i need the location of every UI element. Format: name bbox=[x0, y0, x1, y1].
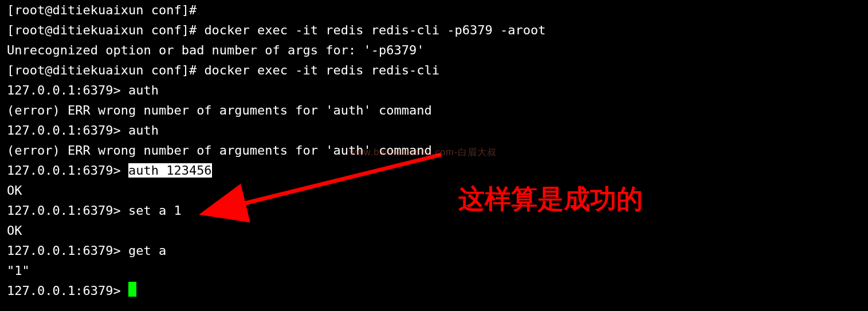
terminal-line: OK bbox=[7, 180, 861, 200]
command: set a 1 bbox=[128, 203, 182, 218]
prompt: 127.0.0.1:6379> bbox=[7, 284, 128, 298]
prompt: 127.0.0.1:6379> bbox=[7, 163, 128, 178]
prompt: 127.0.0.1:6379> bbox=[7, 203, 128, 218]
prompt: 127.0.0.1:6379> bbox=[7, 123, 128, 137]
terminal-line: "1" bbox=[7, 261, 861, 281]
cursor bbox=[128, 282, 136, 297]
terminal-line: (error) ERR wrong number of arguments fo… bbox=[7, 100, 861, 120]
command: auth bbox=[128, 83, 159, 97]
terminal-line: 127.0.0.1:6379> auth bbox=[7, 80, 861, 100]
prompt: 127.0.0.1:6379> bbox=[7, 243, 128, 258]
prompt: 127.0.0.1:6379> bbox=[7, 83, 128, 97]
terminal-line: 127.0.0.1:6379> auth 123456 bbox=[7, 160, 861, 180]
terminal-line: [root@ditiekuaixun conf]# docker exec -i… bbox=[7, 60, 861, 80]
terminal-line: 127.0.0.1:6379> get a bbox=[7, 241, 861, 261]
terminal-line: [root@ditiekuaixun conf]# bbox=[7, 0, 861, 20]
command: get a bbox=[128, 243, 166, 258]
command: auth bbox=[128, 123, 159, 137]
terminal-line: 127.0.0.1:6379> set a 1 bbox=[7, 200, 861, 221]
command: docker exec -it redis redis-cli bbox=[204, 63, 439, 77]
terminal-line: 127.0.0.1:6379> auth bbox=[7, 120, 861, 140]
command: docker exec -it redis redis-cli -p6379 -… bbox=[204, 23, 545, 37]
terminal-output[interactable]: [root@ditiekuaixun conf]# [root@ditiekua… bbox=[0, 0, 868, 301]
terminal-line: (error) ERR wrong number of arguments fo… bbox=[7, 140, 861, 160]
terminal-line: OK bbox=[7, 221, 861, 241]
terminal-line: 127.0.0.1:6379> bbox=[7, 281, 861, 301]
prompt: [root@ditiekuaixun conf]# bbox=[7, 63, 204, 77]
command-highlighted: auth 123456 bbox=[128, 163, 212, 178]
prompt: [root@ditiekuaixun conf]# bbox=[7, 3, 204, 17]
terminal-line: Unrecognized option or bad number of arg… bbox=[7, 40, 861, 60]
prompt: [root@ditiekuaixun conf]# bbox=[7, 23, 204, 37]
terminal-line: [root@ditiekuaixun conf]# docker exec -i… bbox=[7, 20, 861, 40]
